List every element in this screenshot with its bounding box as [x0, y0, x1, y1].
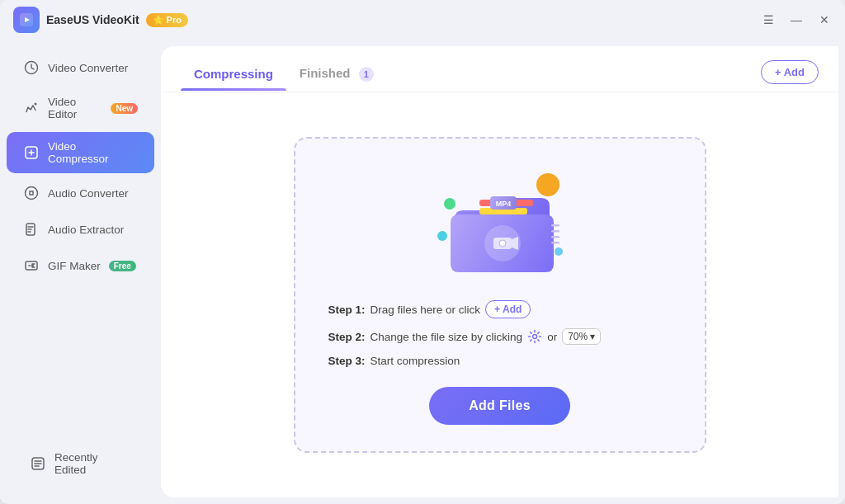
- title-bar: EaseUS VideoKit ⭐ Pro ☰ — ✕: [0, 0, 845, 40]
- content-area: Compressing Finished 1 + Add: [161, 46, 838, 497]
- svg-point-3: [35, 103, 37, 106]
- tabs-bar: Compressing Finished 1 + Add: [161, 46, 838, 92]
- svg-point-21: [533, 335, 537, 339]
- recently-edited-icon: [30, 455, 46, 472]
- step3-label: Step 3:: [328, 355, 366, 367]
- svg-rect-15: [551, 230, 559, 233]
- sidebar-item-gif-maker[interactable]: GIF Maker Free: [7, 249, 154, 282]
- sidebar-item-recently-edited[interactable]: Recently Edited: [13, 443, 148, 484]
- svg-rect-7: [26, 261, 37, 270]
- video-editor-icon: [23, 100, 40, 116]
- step1-add-button[interactable]: + Add: [485, 300, 531, 318]
- dot-green: [444, 198, 456, 210]
- add-button[interactable]: + Add: [761, 60, 819, 84]
- dot-orange: [536, 173, 559, 196]
- svg-rect-16: [551, 236, 559, 238]
- settings-icon[interactable]: [527, 329, 542, 344]
- tab-compressing[interactable]: Compressing: [181, 60, 286, 91]
- step1-row: Step 1: Drag files here or click + Add: [328, 300, 672, 318]
- app-window: EaseUS VideoKit ⭐ Pro ☰ — ✕ Video Co: [0, 0, 845, 504]
- video-compressor-icon: [23, 144, 40, 161]
- tab-finished[interactable]: Finished 1: [286, 59, 387, 92]
- window-controls: ☰ — ✕: [761, 12, 832, 27]
- sidebar-item-video-editor[interactable]: Video Editor New: [7, 87, 154, 129]
- sidebar-bottom: Recently Edited: [0, 433, 161, 494]
- svg-point-5: [26, 187, 38, 200]
- close-button[interactable]: ✕: [817, 12, 832, 27]
- dot-teal: [437, 231, 447, 241]
- sidebar-item-video-compressor[interactable]: Video Compressor: [7, 132, 154, 173]
- svg-rect-14: [551, 224, 559, 227]
- drop-zone-container: MP4: [161, 92, 838, 497]
- audio-extractor-icon: [23, 221, 40, 238]
- sidebar-label-gif-maker: GIF Maker: [48, 260, 101, 272]
- app-name-label: EaseUS VideoKit: [46, 13, 139, 26]
- pro-badge: ⭐ Pro: [146, 13, 188, 27]
- gif-maker-icon: [23, 257, 40, 274]
- main-layout: Video Converter Video Editor New: [0, 40, 845, 504]
- step2-or-text: or: [547, 331, 557, 343]
- menu-button[interactable]: ☰: [761, 12, 776, 27]
- minimize-button[interactable]: —: [789, 12, 804, 27]
- step3-text: Start compression: [371, 355, 460, 367]
- sidebar-label-video-converter: Video Converter: [48, 62, 128, 74]
- step2-row: Step 2: Change the file size by clicking…: [328, 328, 672, 345]
- step2-label: Step 2:: [328, 331, 366, 343]
- new-badge: New: [111, 103, 138, 114]
- finished-badge: 1: [359, 67, 374, 82]
- sidebar-label-video-compressor: Video Compressor: [48, 140, 138, 165]
- app-logo: EaseUS VideoKit ⭐ Pro: [13, 7, 188, 33]
- step1-label: Step 1:: [328, 304, 366, 316]
- sidebar-label-video-editor: Video Editor: [48, 96, 102, 120]
- percent-value: 70%: [568, 331, 588, 342]
- sidebar-label-audio-converter: Audio Converter: [48, 187, 129, 200]
- step2-text: Change the file size by clicking: [371, 331, 523, 343]
- svg-text:MP4: MP4: [495, 200, 511, 208]
- video-converter-icon: [23, 59, 40, 76]
- sidebar-item-video-converter[interactable]: Video Converter: [7, 51, 154, 84]
- sidebar-label-audio-extractor: Audio Extractor: [48, 224, 124, 236]
- app-logo-icon: [13, 7, 40, 33]
- sidebar-item-audio-converter[interactable]: Audio Converter: [7, 177, 154, 210]
- audio-converter-icon: [23, 185, 40, 201]
- steps: Step 1: Drag files here or click + Add S…: [328, 300, 672, 367]
- svg-point-20: [499, 240, 506, 247]
- svg-rect-17: [551, 242, 559, 244]
- add-files-button[interactable]: Add Files: [429, 387, 570, 425]
- sidebar-label-recently-edited: Recently Edited: [54, 451, 131, 476]
- percent-dropdown[interactable]: 70% ▾: [562, 328, 601, 345]
- sidebar: Video Converter Video Editor New: [0, 40, 161, 504]
- illustration: MP4: [434, 165, 566, 280]
- step1-text: Drag files here or click: [371, 304, 481, 316]
- drop-zone[interactable]: MP4: [294, 137, 706, 453]
- dropdown-arrow-icon: ▾: [590, 331, 595, 342]
- step3-row: Step 3: Start compression: [328, 355, 672, 367]
- free-badge: Free: [109, 261, 136, 271]
- dot-blue: [555, 247, 563, 256]
- sidebar-item-audio-extractor[interactable]: Audio Extractor: [7, 213, 154, 246]
